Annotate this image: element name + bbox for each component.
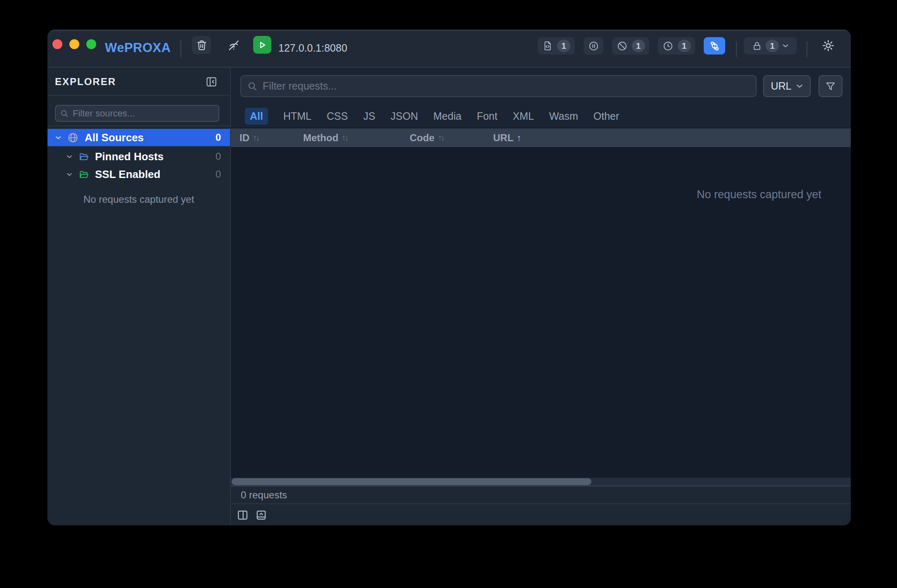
split-columns-icon — [236, 509, 249, 522]
status-bar: 0 requests — [231, 486, 851, 503]
tree-item-count: 0 — [216, 132, 221, 143]
requests-panel: URL All HTML CSS JS JSON Media F — [231, 68, 851, 525]
explorer-sidebar: EXPLORER — [47, 68, 231, 525]
funnel-icon — [825, 81, 836, 92]
app-title: WePROXA — [105, 40, 171, 55]
timing-count-badge: 1 — [678, 40, 691, 52]
gear-icon — [821, 39, 835, 52]
request-count-status: 0 requests — [241, 489, 287, 501]
start-proxy-button[interactable] — [253, 36, 271, 54]
tab-wasm[interactable]: Wasm — [549, 110, 578, 122]
column-header-method[interactable]: Method ↑↓ — [303, 128, 347, 147]
wifi-off-icon — [228, 39, 240, 52]
pause-circle-icon — [588, 40, 599, 52]
close-button[interactable] — [52, 39, 62, 49]
requests-filter-input[interactable] — [263, 80, 750, 92]
sources-filter — [55, 105, 219, 122]
panel-collapse-icon — [205, 76, 219, 88]
sidebar-divider — [47, 126, 230, 126]
lock-icon — [752, 40, 762, 51]
column-header-code[interactable]: Code ↑↓ — [410, 128, 444, 147]
sort-both-icon: ↑↓ — [438, 133, 444, 142]
folder-open-icon — [78, 152, 89, 162]
tree-item-count: 0 — [216, 151, 221, 162]
chevron-down-icon — [796, 83, 803, 89]
advanced-filter-button[interactable] — [819, 75, 842, 97]
file-count-badge: 1 — [557, 40, 570, 52]
titlebar-divider — [736, 41, 737, 57]
tree-item-pinned-hosts[interactable]: Pinned Hosts 0 — [47, 148, 230, 165]
explorer-title: EXPLORER — [55, 76, 116, 88]
sort-field-dropdown[interactable]: URL — [763, 75, 811, 97]
sort-field-label: URL — [771, 80, 791, 92]
titlebar: WePROXA — [47, 31, 851, 68]
proxy-address: 127.0.0.1:8080 — [278, 42, 347, 54]
traffic-lights — [52, 39, 96, 49]
clear-requests-button[interactable] — [192, 36, 211, 54]
search-icon — [247, 81, 258, 92]
sort-up-icon: ↑ — [517, 133, 521, 143]
tree-item-count: 0 — [216, 168, 221, 180]
trash-icon — [196, 40, 207, 51]
chevron-down-icon — [66, 172, 73, 177]
tree-item-ssl-enabled[interactable]: SSL Enabled 0 — [47, 166, 230, 183]
requests-filter — [240, 75, 757, 97]
collapse-sidebar-button[interactable] — [205, 75, 219, 89]
sidebar-empty-message: No requests captured yet — [47, 194, 230, 205]
play-icon — [257, 40, 267, 50]
sources-filter-input[interactable] — [73, 108, 214, 119]
expand-panel-button[interactable] — [255, 509, 268, 522]
ssl-hosts-dropdown[interactable]: 1 — [744, 37, 797, 55]
captured-files-button[interactable]: 1 — [538, 37, 575, 55]
file-code-icon — [542, 40, 553, 51]
requests-table-header: ID ↑↓ Method ↑↓ Code ↑↓ URL ↑ — [231, 128, 851, 147]
blocked-requests-button[interactable]: 1 — [612, 37, 649, 55]
tree-item-all-sources[interactable]: All Sources 0 — [47, 129, 230, 146]
folder-open-icon — [78, 169, 89, 180]
column-header-url[interactable]: URL ↑ — [493, 128, 521, 147]
tab-json[interactable]: JSON — [391, 110, 418, 122]
tab-xml[interactable]: XML — [513, 110, 534, 122]
app-window: WePROXA — [47, 30, 851, 525]
search-icon — [60, 109, 69, 118]
tab-font[interactable]: Font — [477, 110, 497, 122]
table-empty-message: No requests captured yet — [697, 188, 821, 201]
clock-icon — [662, 40, 674, 52]
tab-other[interactable]: Other — [593, 110, 619, 122]
minimize-button[interactable] — [69, 39, 79, 49]
sort-both-icon: ↑↓ — [342, 133, 347, 142]
bottom-toolbar — [231, 504, 851, 525]
panel-up-icon — [255, 509, 268, 522]
timing-button[interactable]: 1 — [658, 37, 695, 55]
tab-js[interactable]: JS — [363, 110, 375, 122]
tree-item-label: All Sources — [85, 131, 144, 144]
ssl-count-badge: 1 — [766, 40, 779, 52]
sort-both-icon: ↑↓ — [253, 133, 259, 142]
tab-html[interactable]: HTML — [283, 110, 311, 122]
type-filter-tabs: All HTML CSS JS JSON Media Font XML Wasm… — [231, 105, 851, 128]
tab-media[interactable]: Media — [433, 110, 461, 122]
desktop-background: WePROXA — [0, 0, 897, 588]
tree-item-label: Pinned Hosts — [95, 150, 164, 163]
titlebar-divider — [180, 40, 181, 58]
pause-button[interactable] — [584, 37, 603, 55]
chevron-down-icon — [55, 135, 62, 140]
split-view-button[interactable] — [236, 509, 249, 522]
block-icon — [617, 40, 628, 52]
blocked-count-badge: 1 — [632, 40, 645, 52]
traffic-compare-button[interactable] — [704, 37, 725, 55]
scrollbar-thumb[interactable] — [232, 478, 591, 485]
tab-css[interactable]: CSS — [327, 110, 348, 122]
column-header-id[interactable]: ID ↑↓ — [240, 128, 259, 147]
globe-icon — [67, 132, 78, 143]
zoom-button[interactable] — [86, 39, 96, 49]
tree-item-label: SSL Enabled — [95, 168, 160, 181]
git-compare-icon — [709, 40, 720, 52]
chevron-down-icon — [782, 43, 789, 48]
chevron-down-icon — [66, 154, 73, 159]
settings-button[interactable] — [821, 38, 835, 53]
titlebar-divider — [807, 41, 807, 57]
tab-all[interactable]: All — [245, 108, 268, 125]
explorer-header: EXPLORER — [47, 68, 230, 96]
horizontal-scrollbar — [231, 478, 851, 486]
